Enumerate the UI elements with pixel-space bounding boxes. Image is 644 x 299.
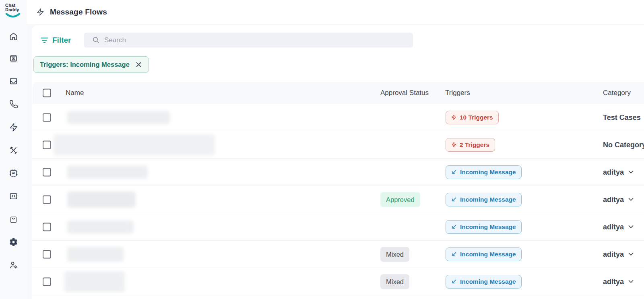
- row-checkbox[interactable]: [43, 168, 51, 176]
- table-row[interactable]: 2 Triggers No Category: [33, 131, 644, 159]
- user-gear-icon: [9, 260, 18, 270]
- phone-icon: [9, 100, 18, 109]
- sidebar-item-contacts[interactable]: [8, 53, 19, 64]
- arrow-down-left-icon: [451, 252, 457, 257]
- redacted-name: [54, 134, 215, 155]
- page-title: Message Flows: [50, 8, 107, 16]
- redacted-name: [67, 221, 134, 233]
- row-checkbox[interactable]: [43, 277, 51, 286]
- arrow-down-left-icon: [451, 169, 457, 175]
- approval-status-badge: Approved: [380, 192, 420, 207]
- chevron-down-icon: [628, 225, 634, 229]
- redacted-name: [67, 247, 124, 262]
- close-icon[interactable]: [136, 62, 142, 68]
- lightning-icon: [9, 123, 18, 132]
- flows-table: Name Approval Status Triggers Category 1…: [33, 82, 644, 295]
- filter-button-label: Filter: [52, 36, 71, 45]
- triggers-badge[interactable]: Incoming Message: [446, 220, 522, 234]
- filter-icon: [40, 37, 49, 43]
- category-cell[interactable]: aditya: [603, 223, 634, 231]
- column-header-name: Name: [66, 89, 84, 97]
- chevron-down-icon: [628, 280, 634, 283]
- search-icon: [93, 37, 99, 43]
- filter-chip[interactable]: Triggers: Incoming Message: [33, 56, 149, 73]
- approval-status-badge: Mixed: [380, 274, 409, 289]
- bolt-icon: [451, 114, 456, 120]
- table-row[interactable]: Approved Incoming Message aditya: [33, 186, 644, 213]
- redacted-name: [67, 111, 170, 124]
- sidebar-item-team[interactable]: [8, 260, 19, 270]
- gear-icon: [9, 237, 18, 247]
- row-checkbox[interactable]: [43, 140, 51, 149]
- shopping-bag-icon: [9, 214, 18, 224]
- approval-status-badge: Mixed: [380, 247, 409, 262]
- category-cell[interactable]: No Category: [603, 140, 644, 149]
- row-checkbox[interactable]: [43, 223, 51, 231]
- top-bar: Message Flows: [0, 0, 644, 24]
- redacted-name: [67, 192, 136, 208]
- table-row[interactable]: Incoming Message aditya: [33, 213, 644, 241]
- row-checkbox[interactable]: [43, 195, 51, 204]
- arrow-down-left-icon: [451, 224, 457, 230]
- chevron-down-icon: [628, 171, 634, 174]
- tools-icon: [9, 146, 18, 155]
- category-cell[interactable]: aditya: [603, 195, 634, 204]
- sidebar-item-settings[interactable]: [8, 237, 19, 247]
- category-cell[interactable]: aditya: [603, 277, 634, 286]
- sidebar-item-inbox[interactable]: [8, 76, 19, 87]
- triggers-badge[interactable]: Incoming Message: [446, 165, 522, 179]
- sidebar-item-tools[interactable]: [8, 145, 19, 156]
- triggers-badge[interactable]: 10 Triggers: [446, 111, 499, 124]
- bolt-icon: [451, 142, 456, 148]
- column-header-triggers: Triggers: [445, 89, 470, 97]
- table-row[interactable]: Mixed Incoming Message aditya: [33, 268, 644, 295]
- sidebar-item-message-flows[interactable]: [8, 122, 19, 133]
- sidebar-item-home[interactable]: [8, 31, 19, 42]
- flow-bolt-icon: [36, 8, 44, 16]
- logo-text-bottom: Daddy: [5, 8, 23, 12]
- redacted-name: [64, 271, 125, 292]
- message-flows-page: Message Flows Chat Daddy AI: [0, 0, 644, 299]
- filter-button[interactable]: Filter: [40, 34, 71, 47]
- table-row[interactable]: 10 Triggers Test Cases: [33, 104, 644, 131]
- sidebar-item-calls[interactable]: [8, 99, 19, 109]
- contacts-icon: [9, 54, 18, 63]
- table-row[interactable]: Mixed Incoming Message aditya: [33, 241, 644, 268]
- category-cell[interactable]: aditya: [603, 250, 634, 258]
- home-icon: [9, 32, 18, 41]
- category-cell[interactable]: aditya: [603, 168, 634, 176]
- sidebar-item-ai[interactable]: AI: [8, 168, 19, 179]
- triggers-badge[interactable]: 2 Triggers: [446, 138, 495, 152]
- select-all-checkbox[interactable]: [43, 89, 51, 97]
- triggers-badge[interactable]: Incoming Message: [446, 247, 522, 261]
- chevron-down-icon: [628, 253, 634, 256]
- code-icon: [9, 192, 18, 201]
- sidebar-item-shop[interactable]: [8, 214, 19, 225]
- logo-smile-icon: [5, 13, 21, 18]
- filter-chip-label: Triggers: Incoming Message: [40, 61, 130, 68]
- inbox-icon: [9, 76, 18, 86]
- redacted-name: [67, 165, 148, 179]
- triggers-badge[interactable]: Incoming Message: [446, 193, 522, 206]
- arrow-down-left-icon: [451, 197, 457, 202]
- ai-chip-icon: AI: [9, 169, 18, 178]
- search-input[interactable]: [99, 33, 413, 47]
- arrow-down-left-icon: [451, 279, 457, 285]
- table-row[interactable]: Incoming Message aditya: [33, 159, 644, 186]
- column-header-approval-status: Approval Status: [380, 89, 429, 97]
- search-box: [84, 33, 413, 47]
- column-header-category: Category: [603, 89, 631, 97]
- sidebar: Chat Daddy AI: [0, 0, 27, 299]
- category-cell[interactable]: Test Cases: [603, 113, 644, 122]
- row-checkbox[interactable]: [43, 113, 51, 122]
- chevron-down-icon: [628, 198, 634, 201]
- triggers-badge[interactable]: Incoming Message: [446, 275, 522, 289]
- svg-text:AI: AI: [12, 171, 15, 175]
- row-checkbox[interactable]: [43, 250, 51, 258]
- chatdaddy-logo[interactable]: Chat Daddy: [5, 3, 23, 18]
- table-header: Name Approval Status Triggers Category: [33, 82, 644, 104]
- sidebar-item-developer[interactable]: [8, 191, 19, 202]
